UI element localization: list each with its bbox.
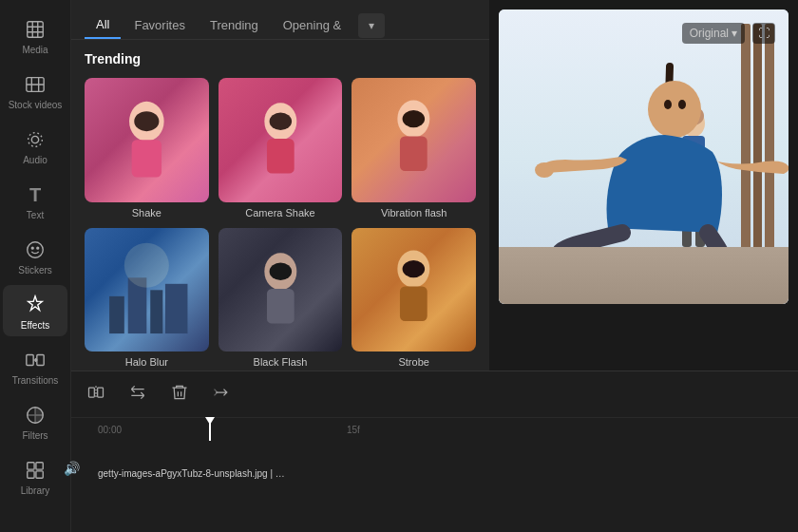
sidebar-item-filters[interactable]: Filters (3, 395, 67, 446)
timeline-toolbar (71, 371, 798, 418)
sidebar-item-label-stickers: Stickers (18, 265, 52, 276)
svg-point-33 (403, 260, 426, 277)
speed-tool[interactable] (208, 379, 235, 409)
sidebar-item-stock-videos[interactable]: Stock videos (3, 65, 67, 116)
effect-shake[interactable]: Shake (85, 78, 209, 218)
svg-rect-29 (267, 289, 294, 324)
svg-rect-12 (28, 471, 34, 478)
stock-videos-icon (23, 72, 48, 97)
media-icon (23, 17, 48, 42)
svg-rect-21 (400, 136, 428, 171)
svg-point-16 (134, 111, 159, 131)
effect-halo-blur[interactable]: Halo Blur (85, 228, 209, 369)
volume-icon[interactable]: 🔊 (64, 461, 80, 476)
svg-point-30 (269, 262, 292, 279)
svg-rect-18 (267, 139, 294, 174)
tab-favorites[interactable]: Favorites (123, 12, 196, 38)
svg-rect-25 (150, 290, 162, 333)
svg-rect-32 (400, 286, 428, 321)
timeline-ruler: 00:00 15f (71, 418, 798, 441)
sidebar-item-label-library: Library (21, 485, 50, 496)
zoom-label: Original (690, 27, 729, 40)
svg-point-60 (648, 81, 701, 138)
effect-thumb-black-flash (218, 228, 343, 352)
video-track[interactable]: 🔊 (83, 445, 787, 492)
effects-panel: All Favorites Trending Opening & ▾ Trend… (71, 0, 489, 370)
effect-strobe[interactable]: Strobe (352, 228, 476, 369)
stickers-icon (23, 238, 48, 262)
tab-trending[interactable]: Trending (199, 12, 270, 38)
sidebar-item-label-media: Media (22, 45, 48, 55)
effects-grid: Shake Camera Shake (85, 78, 476, 370)
timeline-content: 00:00 15f 🔊 (71, 418, 798, 532)
effect-black-flash[interactable]: Black Flash (218, 228, 343, 369)
svg-point-63 (535, 162, 554, 178)
sidebar-item-label-text: Text (27, 210, 44, 220)
svg-rect-7 (27, 355, 33, 366)
effect-thumb-halo (85, 228, 209, 352)
trim-tool[interactable] (124, 379, 151, 409)
preview-controls: Original ▾ ⛶ (682, 23, 775, 44)
chevron-down-icon: ▾ (369, 19, 374, 32)
effect-thumb-camera-shake (218, 78, 343, 202)
panel-content: Trending Shake (71, 40, 489, 370)
effect-label-strobe: Strobe (398, 356, 428, 368)
sidebar-item-transitions[interactable]: Transitions (3, 340, 67, 391)
svg-point-61 (664, 100, 672, 109)
effect-camera-shake[interactable]: Camera Shake (218, 78, 343, 218)
time-start: 00:00 (98, 425, 122, 435)
zoom-button[interactable]: Original ▾ (682, 23, 745, 44)
tab-opening[interactable]: Opening & (272, 12, 352, 38)
svg-point-2 (31, 136, 38, 142)
transitions-icon (23, 348, 48, 372)
effect-thumb-vibration (352, 78, 476, 202)
effects-icon (23, 293, 48, 317)
svg-point-22 (403, 110, 426, 127)
tab-more-button[interactable]: ▾ (358, 13, 385, 38)
timeline-playhead[interactable] (209, 418, 211, 441)
svg-point-5 (31, 247, 33, 249)
sidebar-item-label-audio: Audio (23, 155, 48, 165)
sidebar-item-library[interactable]: Library (3, 450, 67, 502)
svg-rect-23 (109, 296, 124, 333)
svg-point-6 (37, 247, 39, 249)
effect-label-camera-shake: Camera Shake (245, 207, 314, 218)
main-content: All Favorites Trending Opening & ▾ Trend… (71, 0, 798, 532)
svg-rect-11 (36, 463, 43, 469)
effect-label-shake: Shake (132, 207, 162, 218)
sidebar-item-stickers[interactable]: Stickers (3, 230, 67, 281)
delete-tool[interactable] (166, 379, 193, 409)
preview-image: Original ▾ ⛶ (499, 10, 788, 304)
timeline-tracks: 🔊 (71, 441, 798, 532)
svg-point-19 (269, 113, 292, 130)
fullscreen-button[interactable]: ⛶ (752, 23, 775, 44)
text-icon: T (23, 182, 48, 207)
timeline-section: 00:00 15f 🔊 (71, 370, 798, 532)
sidebar-item-label-stock: Stock videos (9, 100, 63, 110)
svg-point-27 (124, 242, 169, 287)
svg-rect-0 (28, 22, 44, 38)
svg-point-62 (678, 100, 686, 109)
effect-label-halo-blur: Halo Blur (125, 356, 168, 368)
svg-rect-13 (36, 471, 43, 478)
svg-rect-65 (89, 388, 95, 397)
svg-point-4 (28, 242, 44, 258)
svg-rect-10 (28, 463, 34, 469)
tab-all[interactable]: All (85, 11, 121, 39)
tab-bar: All Favorites Trending Opening & ▾ (71, 0, 489, 40)
sidebar-item-label-transitions: Transitions (12, 375, 59, 386)
sidebar-item-audio[interactable]: Audio (3, 120, 67, 171)
sidebar-item-label-effects: Effects (21, 320, 49, 331)
section-title: Trending (85, 51, 476, 66)
sidebar-item-media[interactable]: Media (3, 10, 67, 61)
audio-icon (23, 127, 48, 152)
sidebar-item-effects[interactable]: Effects (3, 285, 67, 336)
effect-vibration-flash[interactable]: Vibration flash (352, 78, 476, 218)
time-marker: 15f (347, 425, 360, 435)
sidebar-item-text[interactable]: T Text (3, 175, 67, 226)
split-tool[interactable] (83, 379, 109, 409)
chevron-down-icon: ▾ (732, 27, 737, 40)
library-icon (23, 458, 48, 483)
svg-rect-66 (98, 388, 104, 397)
effect-thumb-shake (85, 78, 209, 202)
